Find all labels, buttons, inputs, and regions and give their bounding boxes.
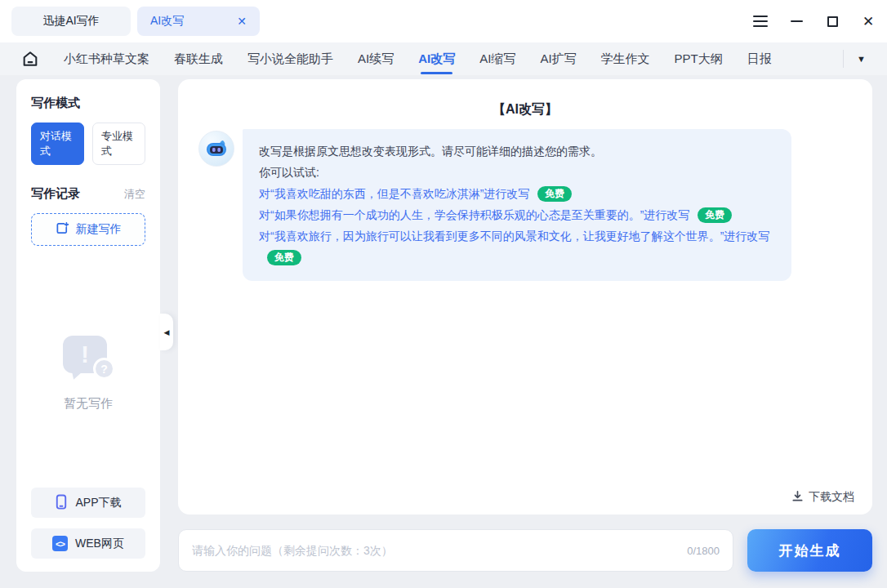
nav-item-novel-assistant[interactable]: 写小说全能助手 (247, 51, 333, 67)
feature-navbar: 小红书种草文案 春联生成 写小说全能助手 AI续写 AI改写 AI缩写 AI扩写… (0, 42, 887, 75)
example-link-1[interactable]: 对“我喜欢吃甜的东西，但是不喜欢吃冰淇淋”进行改写 (259, 187, 529, 200)
sidebar-collapse-handle[interactable]: ◀ (160, 314, 173, 350)
tab-close-icon[interactable]: ✕ (237, 15, 247, 28)
web-version-label: WEB网页 (75, 537, 124, 551)
app-title[interactable]: 迅捷AI写作 (11, 7, 131, 36)
ai-message-bubble: 改写是根据原文思想改变表现形式。请尽可能详细的描述您的需求。 你可以试试: 对“… (243, 129, 791, 281)
empty-writing-icon: ! ? (61, 334, 115, 381)
example-row: 对“我喜欢旅行，因为旅行可以让我看到更多不同的风景和文化，让我更好地了解这个世界… (259, 225, 775, 268)
nav-item-ai-continue[interactable]: AI续写 (358, 51, 394, 67)
question-input-box: 0/1800 (178, 529, 733, 572)
download-document-label: 下载文档 (809, 490, 854, 505)
chat-panel: 【AI改写】 改写是根据原文思想改变表现形式。请尽可能详细的描述您的需求。 你可… (178, 79, 872, 514)
nav-item-xiaohongshu[interactable]: 小红书种草文案 (64, 51, 149, 67)
new-document-icon (56, 221, 69, 238)
nav-item-student-essay[interactable]: 学生作文 (601, 51, 650, 67)
download-document-button[interactable]: 下载文档 (791, 490, 854, 505)
app-window: 迅捷AI写作 AI改写 ✕ ✕ 小红书种草文案 春联生成 写小说全能助手 AI续… (0, 0, 887, 588)
minimize-icon[interactable] (789, 14, 804, 29)
code-icon: <> (52, 536, 68, 551)
free-badge: 免费 (698, 207, 732, 223)
app-download-button[interactable]: APP下载 (31, 488, 145, 518)
tab-label: AI改写 (150, 14, 184, 29)
sidebar: 写作模式 对话模式 专业模式 写作记录 清空 新建写作 ! ? 暂无写作 (16, 79, 160, 572)
nav-item-daily-report[interactable]: 日报 (747, 51, 772, 67)
home-icon[interactable] (21, 50, 39, 68)
web-version-button[interactable]: <> WEB网页 (31, 528, 145, 559)
menu-icon[interactable] (753, 14, 768, 29)
nav-item-ppt-outline[interactable]: PPT大纲 (675, 51, 723, 67)
close-icon[interactable]: ✕ (861, 14, 876, 29)
nav-divider (843, 50, 844, 68)
nav-item-ai-rewrite[interactable]: AI改写 (418, 51, 455, 67)
writing-mode-heading: 写作模式 (31, 96, 145, 111)
tab-ai-rewrite[interactable]: AI改写 ✕ (137, 7, 260, 36)
chevron-down-icon[interactable]: ▼ (857, 54, 866, 64)
app-download-label: APP下载 (75, 496, 121, 510)
maximize-icon[interactable] (825, 14, 840, 29)
example-link-3[interactable]: 对“我喜欢旅行，因为旅行可以让我看到更多不同的风景和文化，让我更好地了解这个世界… (259, 229, 769, 243)
ai-robot-avatar (198, 131, 234, 167)
free-badge: 免费 (267, 250, 301, 265)
message-intro: 改写是根据原文思想改变表现形式。请尽可能详细的描述您的需求。 (259, 140, 775, 162)
clear-records-button[interactable]: 清空 (124, 187, 145, 202)
titlebar: 迅捷AI写作 AI改写 ✕ ✕ (0, 0, 887, 42)
free-badge: 免费 (537, 186, 572, 202)
collapse-left-icon: ◀ (164, 328, 170, 336)
window-controls: ✕ (753, 14, 876, 29)
new-writing-button[interactable]: 新建写作 (31, 213, 145, 246)
example-row: 对“如果你想拥有一个成功的人生，学会保持积极乐观的心态是至关重要的。”进行改写免… (259, 204, 775, 225)
empty-state: ! ? 暂无写作 (31, 334, 145, 412)
start-generate-button[interactable]: 开始生成 (747, 529, 872, 572)
pro-mode-button[interactable]: 专业模式 (92, 122, 145, 165)
nav-item-chunlian[interactable]: 春联生成 (174, 51, 223, 67)
chat-title: 【AI改写】 (178, 79, 872, 118)
char-counter: 0/1800 (687, 545, 720, 557)
example-link-2[interactable]: 对“如果你想拥有一个成功的人生，学会保持积极乐观的心态是至关重要的。”进行改写 (259, 208, 689, 221)
phone-icon (55, 494, 68, 512)
example-row: 对“我喜欢吃甜的东西，但是不喜欢吃冰淇淋”进行改写免费 (259, 183, 775, 204)
dialog-mode-button[interactable]: 对话模式 (31, 122, 84, 165)
new-writing-label: 新建写作 (76, 222, 122, 237)
nav-item-ai-shorten[interactable]: AI缩写 (479, 51, 515, 67)
nav-item-ai-expand[interactable]: AI扩写 (540, 51, 576, 67)
download-icon (791, 490, 804, 505)
question-input[interactable] (192, 544, 679, 557)
empty-state-label: 暂无写作 (31, 396, 145, 412)
message-hint: 你可以试试: (259, 162, 775, 183)
writing-records-heading: 写作记录 (31, 186, 80, 202)
